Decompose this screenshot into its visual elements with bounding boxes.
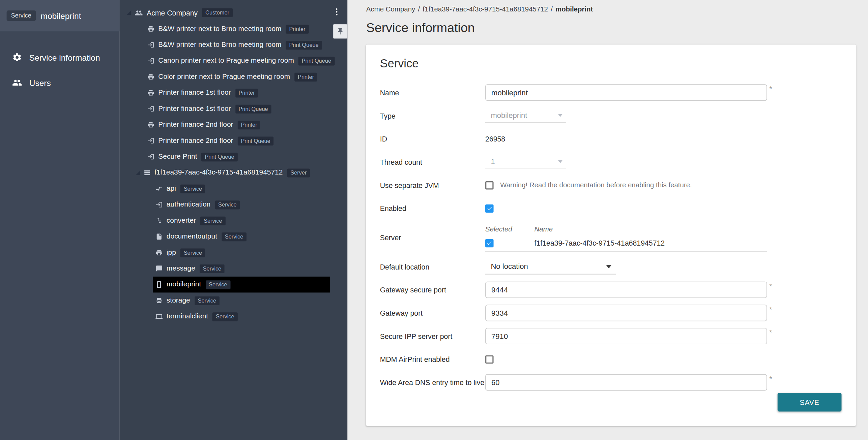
sidebar-item-users[interactable]: Users — [0, 70, 120, 95]
check-icon — [486, 205, 492, 211]
chevron-down-icon — [606, 265, 611, 268]
breadcrumb: Acme Company / f1f1ea39-7aac-4f3c-9715-4… — [366, 5, 868, 13]
tree-item-badge: Server — [287, 168, 310, 177]
print-queue-icon — [147, 41, 154, 49]
tree-item-label: terminalclient — [167, 313, 208, 320]
default-location-select[interactable]: No location — [485, 259, 616, 275]
server-table: Selected Name f1f1ea39-7aac-4f3c-9715-41… — [485, 223, 767, 252]
tree-item[interactable]: message Service — [120, 260, 347, 276]
main-content: Acme Company / f1f1ea39-7aac-4f3c-9715-4… — [347, 0, 868, 440]
enabled-label: Enabled — [380, 204, 485, 213]
mdm-airprint-checkbox[interactable] — [485, 355, 494, 364]
tree-item-mobileprint-selected[interactable]: mobileprint Service — [153, 277, 330, 292]
gateway-port-label: Gateway port — [380, 309, 485, 317]
tree-item[interactable]: authentication Service — [120, 197, 347, 213]
tree-item[interactable]: Printer finance 1st floor Print Queue — [120, 101, 347, 117]
tree-item-root[interactable]: Acme Company Customer — [120, 4, 347, 21]
form-row-server: Server Selected Name f1f1ea39-7aac-4f3c-… — [380, 223, 842, 252]
sidebar-item-label: Users — [29, 78, 51, 87]
collapse-arrow-icon[interactable] — [136, 170, 140, 175]
tree-item-label: api — [167, 185, 176, 192]
name-input[interactable] — [485, 84, 767, 101]
tree-item[interactable]: ipp Service — [120, 245, 347, 260]
tree-item-badge: Service — [200, 264, 225, 273]
tree-item[interactable]: Printer finance 2nd floor Printer — [120, 117, 347, 133]
use-separate-jvm-label: Use separate JVM — [380, 181, 485, 189]
tree-item-label: converter — [167, 217, 196, 224]
gear-icon — [12, 52, 22, 62]
tree-item-badge: Service — [215, 200, 240, 209]
tree-item[interactable]: Color printer next to Prague meeting roo… — [120, 69, 347, 85]
gateway-secure-port-input[interactable] — [485, 282, 767, 298]
tree-item-label: f1f1ea39-7aac-4f3c-9715-41a681945712 — [154, 169, 283, 176]
wadns-ttl-label: Wide Area DNS entry time to live — [380, 378, 485, 387]
gateway-port-input[interactable] — [485, 305, 767, 321]
secure-ipp-port-label: Secure IPP server port — [380, 332, 485, 340]
tree-item-label: Printer finance 2nd floor — [158, 121, 233, 128]
chevron-down-icon — [558, 160, 562, 163]
use-separate-jvm-checkbox[interactable] — [485, 181, 494, 189]
server-col-name: Name — [534, 225, 553, 233]
documentoutput-icon — [155, 233, 163, 240]
tree-item[interactable]: api Service — [120, 181, 347, 196]
tree-item[interactable]: B&W printer next to Brno meeting room Pr… — [120, 37, 347, 53]
print-queue-icon — [147, 153, 154, 160]
print-queue-icon — [147, 137, 154, 144]
tree-item[interactable]: Printer finance 1st floor Printer — [120, 85, 347, 101]
server-checkbox[interactable] — [485, 239, 494, 248]
name-label: Name — [380, 88, 485, 97]
users-icon — [12, 78, 22, 88]
service-type-badge: Service — [7, 10, 36, 21]
form-row-mdm-airprint: MDM AirPrint enabled — [380, 351, 842, 368]
app-window: Service mobileprint Service information … — [0, 0, 868, 440]
tree-item-label: Canon printer next to Prague meeting roo… — [158, 57, 294, 64]
form-row-gateway-secure-port: Gateway secure port * — [380, 282, 842, 298]
jvm-warning-text: Warning! Read the documentation before e… — [500, 181, 692, 189]
form-row-secure-ipp-port: Secure IPP server port * — [380, 328, 842, 344]
server-label: Server — [380, 233, 485, 242]
tree-item-badge: Printer — [286, 25, 309, 33]
authentication-icon — [155, 201, 163, 208]
mobileprint-icon — [155, 281, 163, 288]
tree-item-badge: Customer — [202, 8, 233, 17]
tree-item[interactable]: B&W printer next to Brno meeting room Pr… — [120, 21, 347, 37]
tree-item[interactable]: Printer finance 2nd floor Print Queue — [120, 133, 347, 149]
form-row-enabled: Enabled — [380, 200, 842, 217]
printer-icon — [147, 73, 154, 80]
tree-item-badge: Print Queue — [202, 152, 238, 161]
tree-item-server[interactable]: f1f1ea39-7aac-4f3c-9715-41a681945712 Ser… — [120, 165, 347, 181]
message-icon — [155, 265, 163, 272]
print-queue-icon — [147, 105, 154, 112]
print-queue-icon — [147, 57, 154, 64]
sidebar-nav: Service information Users — [0, 31, 120, 95]
server-table-header: Selected Name — [485, 223, 767, 235]
required-marker: * — [769, 84, 772, 94]
pin-button[interactable] — [333, 24, 348, 39]
secure-ipp-port-input[interactable] — [485, 328, 767, 344]
collapse-arrow-icon[interactable] — [127, 10, 131, 15]
tree-item-badge: Service — [180, 248, 205, 257]
breadcrumb-server[interactable]: f1f1ea39-7aac-4f3c-9715-41a681945712 — [423, 5, 548, 13]
tree-item-badge: Print Queue — [235, 104, 271, 113]
tree-item-label: Printer finance 1st floor — [158, 105, 231, 112]
tree-menu-button[interactable] — [331, 5, 342, 18]
tree-item[interactable]: Canon printer next to Prague meeting roo… — [120, 53, 347, 69]
required-marker: * — [769, 328, 772, 338]
form-row-type: Type mobileprint — [380, 107, 842, 124]
tree-item[interactable]: converter Service — [120, 213, 347, 228]
tree-item-label: Color printer next to Prague meeting roo… — [158, 73, 290, 81]
default-location-value: No location — [491, 262, 528, 271]
sidebar-item-service-information[interactable]: Service information — [0, 44, 120, 70]
tree-item[interactable]: storage Service — [120, 292, 347, 308]
tree-item[interactable]: documentoutput Service — [120, 229, 347, 245]
tree-item-badge: Print Queue — [298, 57, 335, 65]
save-button[interactable]: SAVE — [778, 393, 842, 412]
form-row-default-location: Default location No location — [380, 258, 842, 275]
enabled-checkbox[interactable] — [485, 204, 494, 213]
breadcrumb-customer[interactable]: Acme Company — [366, 5, 415, 13]
required-marker: * — [769, 305, 772, 315]
tree-item-label: Acme Company — [147, 9, 198, 16]
tree-item[interactable]: terminalclient Service — [120, 309, 347, 324]
tree-item[interactable]: Secure Print Print Queue — [120, 149, 347, 165]
wadns-ttl-input[interactable] — [485, 374, 767, 390]
